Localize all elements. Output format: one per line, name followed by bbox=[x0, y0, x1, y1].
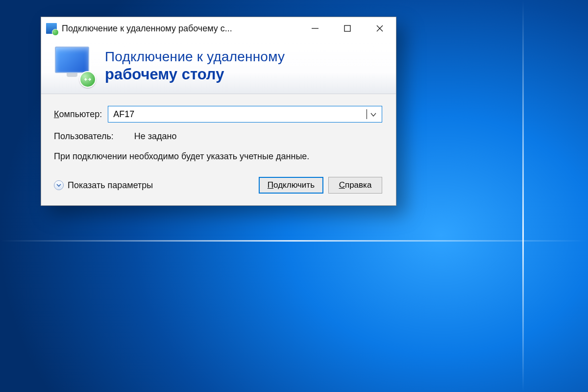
user-value: Не задано bbox=[134, 131, 177, 142]
user-label: Пользователь: bbox=[54, 131, 114, 142]
minimize-icon bbox=[311, 24, 319, 33]
show-options-link[interactable]: Показать параметры bbox=[54, 180, 153, 191]
expand-icon bbox=[54, 180, 64, 190]
maximize-icon bbox=[343, 24, 351, 32]
close-icon bbox=[375, 24, 384, 33]
dialog-footer: Показать параметры Подключить Справка bbox=[54, 177, 382, 194]
app-icon bbox=[46, 23, 57, 34]
computer-input[interactable] bbox=[113, 109, 368, 120]
titlebar[interactable]: Подключение к удаленному рабочему с... bbox=[41, 17, 396, 40]
header-text: Подключение к удаленному рабочему столу bbox=[105, 49, 285, 83]
help-button[interactable]: Справка bbox=[328, 177, 382, 194]
dialog-header: Подключение к удаленному рабочему столу bbox=[41, 40, 396, 94]
chevron-down-icon bbox=[370, 112, 376, 117]
computer-label: Компьютер: bbox=[54, 109, 102, 120]
dialog-body: Компьютер: Пользователь: Не задано При п… bbox=[41, 94, 396, 205]
close-button[interactable] bbox=[364, 17, 396, 40]
computer-combobox[interactable] bbox=[108, 106, 382, 122]
header-line1: Подключение к удаленному bbox=[105, 49, 285, 65]
credentials-hint: При подключении необходимо будет указать… bbox=[54, 150, 328, 162]
connect-button[interactable]: Подключить bbox=[259, 177, 323, 194]
rdp-logo-icon bbox=[52, 47, 95, 86]
window-controls bbox=[299, 17, 396, 40]
header-line2: рабочему столу bbox=[105, 66, 285, 83]
maximize-button[interactable] bbox=[331, 17, 364, 40]
user-row: Пользователь: Не задано bbox=[54, 131, 382, 142]
dropdown-arrow[interactable] bbox=[367, 109, 380, 120]
window-title: Подключение к удаленному рабочему с... bbox=[62, 24, 299, 34]
show-options-label: Показать параметры bbox=[68, 180, 153, 191]
rdp-dialog: Подключение к удаленному рабочему с... П… bbox=[41, 17, 396, 206]
minimize-button[interactable] bbox=[299, 17, 331, 40]
computer-row: Компьютер: bbox=[54, 106, 382, 122]
svg-rect-1 bbox=[344, 25, 350, 31]
